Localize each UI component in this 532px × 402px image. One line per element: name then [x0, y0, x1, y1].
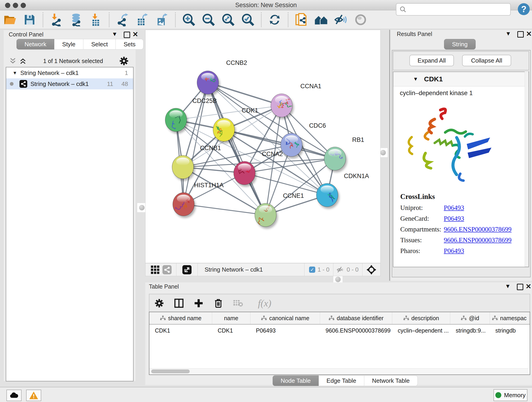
results-splitter-line — [389, 30, 390, 281]
tab-sets[interactable]: Sets — [116, 39, 143, 50]
search-input[interactable] — [409, 5, 510, 14]
zoom-out-button[interactable] — [202, 13, 215, 27]
network-edge-CCNA2-CDKN1A[interactable] — [244, 173, 327, 195]
collapse-all-button[interactable]: Collapse All — [462, 55, 511, 66]
tab-string[interactable]: String — [444, 39, 476, 50]
search-field[interactable] — [396, 3, 511, 16]
table-cell[interactable]: CDK1 — [212, 325, 250, 334]
zoom-fit-button[interactable] — [221, 13, 235, 27]
tab-select[interactable]: Select — [83, 39, 116, 50]
expand-all-button[interactable]: Expand All — [409, 55, 454, 66]
birdseye-navigator-icon[interactable] — [366, 264, 377, 275]
tree-expander-icon[interactable]: ▼ — [13, 70, 17, 76]
crosslink-link[interactable]: P06493 — [444, 204, 464, 211]
tab-network[interactable]: Network — [17, 39, 54, 50]
tab-node-table[interactable]: Node Table — [273, 375, 319, 386]
open-session-button[interactable] — [3, 13, 17, 27]
column-header-name[interactable]: name — [212, 312, 250, 324]
network-node-HIST1H1A[interactable]: HIST1H1A — [173, 182, 224, 218]
network-node-RB1[interactable]: RB1 — [324, 136, 364, 172]
show-all-networks-button[interactable] — [314, 13, 328, 27]
table-cell[interactable]: stringdb:9... — [450, 325, 490, 334]
panel-menu-icon[interactable]: ▼ — [505, 283, 511, 289]
detach-view-icon[interactable] — [182, 265, 191, 274]
delete-table-button[interactable] — [232, 298, 244, 309]
clone-network-button[interactable] — [295, 13, 308, 27]
import-network-button[interactable] — [50, 13, 63, 27]
table-cell[interactable]: 9606.ENSP00000378699 — [320, 325, 392, 334]
grid-view-icon[interactable] — [151, 265, 160, 274]
column-header-label: name — [224, 315, 239, 322]
column-header-@id[interactable]: @id — [450, 312, 490, 324]
network-node-CCNA1[interactable]: CCNA1 — [271, 83, 322, 119]
memory-button[interactable]: Memory — [494, 389, 527, 401]
zoom-in-button[interactable] — [182, 13, 196, 27]
table-toolbar: f(x) — [149, 294, 530, 313]
trash-icon — [214, 298, 223, 308]
table-cell[interactable]: stringdb — [490, 325, 529, 334]
warnings-button[interactable] — [26, 390, 41, 401]
panel-float-icon[interactable] — [124, 32, 130, 38]
node-label-CCNB2: CCNB2 — [226, 59, 247, 66]
panel-float-icon[interactable] — [517, 31, 524, 38]
table-cell[interactable]: cyclin–dependent ... — [392, 325, 450, 334]
toggle-visibility-button[interactable] — [354, 13, 367, 27]
document-share-icon — [295, 13, 308, 26]
network-canvas[interactable]: CCNB2CCNA1CDC25BCDK1CDC6RB1CCNB1CCNA2CDK… — [145, 30, 380, 263]
refresh-button[interactable] — [268, 13, 282, 27]
crosslink-link[interactable]: 9606.ENSP00000378699 — [444, 236, 512, 244]
panel-menu-icon[interactable]: ▼ — [112, 31, 118, 37]
plus-icon — [194, 298, 203, 308]
column-header-database-identifier[interactable]: database identifier — [320, 312, 392, 324]
export-image-button[interactable] — [155, 13, 169, 27]
column-header-namespac[interactable]: namespac — [490, 312, 529, 324]
results-vertical-scrollbar[interactable] — [525, 71, 528, 267]
cloud-status-button[interactable] — [6, 390, 22, 401]
tree-hierarchy-icon — [160, 315, 166, 321]
table-cell[interactable]: CDK1 — [149, 325, 212, 334]
save-session-button[interactable] — [23, 13, 36, 27]
table-cell[interactable]: P06493 — [250, 325, 320, 334]
network-row[interactable]: String Network – cdk1 11 48 — [6, 78, 133, 89]
collapse-entry-icon[interactable]: ▼ — [413, 76, 418, 82]
table-row[interactable]: CDK1CDK1P064939606.ENSP00000378699cyclin… — [149, 325, 530, 334]
tab-edge-table[interactable]: Edge Table — [319, 375, 364, 386]
node-result-card: ▼ CDK1 cyclin–dependent kinase 1 — [393, 71, 529, 267]
import-network-from-database-button[interactable] — [69, 13, 83, 27]
delete-column-button[interactable] — [213, 298, 224, 309]
tab-style[interactable]: Style — [54, 39, 83, 50]
export-table-button[interactable] — [135, 13, 149, 27]
hide-panel-button[interactable] — [334, 13, 348, 27]
node-result-header[interactable]: ▼ CDK1 — [393, 72, 529, 86]
collapse-all-icon[interactable] — [9, 57, 17, 65]
panel-menu-icon[interactable]: ▼ — [505, 30, 511, 37]
network-edge-HIST1H1A-CCNE1[interactable] — [184, 204, 266, 215]
network-node-CDKN1A[interactable]: CDKN1A — [317, 172, 369, 209]
export-network-button[interactable] — [116, 13, 129, 27]
show-columns-button[interactable] — [173, 298, 185, 309]
function-builder-button[interactable]: f(x) — [252, 298, 277, 309]
import-table-button[interactable] — [89, 13, 103, 27]
selected-checkbox-icon[interactable]: ✓ — [309, 267, 315, 273]
panel-float-icon[interactable] — [517, 284, 523, 290]
panel-close-icon[interactable]: ✕ — [526, 30, 532, 38]
zoom-selected-button[interactable] — [241, 13, 255, 27]
network-view-share-icon[interactable] — [162, 265, 172, 274]
gear-icon[interactable] — [119, 56, 128, 65]
help-button[interactable]: ? — [518, 3, 530, 15]
column-header-description[interactable]: description — [392, 312, 450, 324]
network-collection-row[interactable]: ▼ String Network – cdk1 1 — [6, 67, 133, 78]
scrollbar-thumb[interactable] — [151, 370, 190, 373]
table-horizontal-scrollbar[interactable] — [149, 368, 529, 375]
table-settings-button[interactable] — [153, 298, 165, 309]
crosslink-link[interactable]: 9606.ENSP00000378699 — [444, 225, 512, 233]
crosslink-link[interactable]: P06493 — [444, 247, 464, 255]
tab-network-table[interactable]: Network Table — [364, 375, 418, 386]
add-column-button[interactable] — [193, 298, 204, 309]
column-header-shared-name[interactable]: shared name — [149, 312, 212, 324]
crosslink-link[interactable]: P06493 — [444, 215, 464, 222]
panel-close-icon[interactable]: ✕ — [133, 30, 138, 38]
panel-close-icon[interactable]: ✕ — [526, 282, 531, 290]
expand-all-icon[interactable] — [19, 57, 27, 65]
column-header-canonical-name[interactable]: canonical name — [250, 312, 320, 324]
